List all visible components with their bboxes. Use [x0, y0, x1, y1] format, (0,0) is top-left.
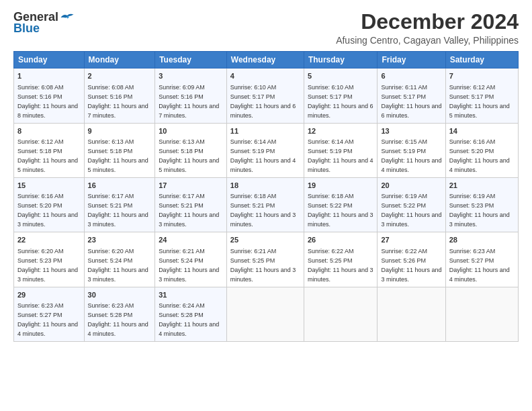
day-number: 3	[159, 71, 223, 81]
day-info: Sunrise: 6:16 AMSunset: 5:20 PMDaylight:…	[17, 193, 78, 228]
calendar-cell: 8Sunrise: 6:12 AMSunset: 5:18 PMDaylight…	[14, 123, 85, 177]
calendar-cell: 9Sunrise: 6:13 AMSunset: 5:18 PMDaylight…	[84, 123, 155, 177]
day-number: 22	[17, 235, 81, 245]
day-number: 27	[381, 235, 441, 245]
day-number: 6	[381, 71, 441, 81]
day-number: 19	[308, 181, 373, 191]
day-number: 31	[159, 290, 223, 300]
day-info: Sunrise: 6:09 AMSunset: 5:16 PMDaylight:…	[159, 84, 219, 119]
day-number: 7	[449, 71, 515, 81]
calendar-cell: 11Sunrise: 6:14 AMSunset: 5:19 PMDayligh…	[226, 123, 304, 177]
calendar-cell: 27Sunrise: 6:22 AMSunset: 5:26 PMDayligh…	[378, 232, 445, 287]
day-info: Sunrise: 6:22 AMSunset: 5:26 PMDaylight:…	[381, 248, 441, 283]
day-info: Sunrise: 6:13 AMSunset: 5:18 PMDaylight:…	[159, 138, 219, 173]
calendar-cell: 30Sunrise: 6:23 AMSunset: 5:28 PMDayligh…	[84, 287, 155, 341]
day-info: Sunrise: 6:10 AMSunset: 5:17 PMDaylight:…	[230, 84, 296, 119]
calendar-cell: 20Sunrise: 6:19 AMSunset: 5:22 PMDayligh…	[378, 177, 445, 232]
calendar-cell: 13Sunrise: 6:15 AMSunset: 5:19 PMDayligh…	[378, 123, 445, 177]
col-header-monday: Monday	[84, 52, 155, 68]
day-number: 23	[88, 235, 152, 245]
calendar-cell: 16Sunrise: 6:17 AMSunset: 5:21 PMDayligh…	[84, 177, 155, 232]
day-info: Sunrise: 6:23 AMSunset: 5:28 PMDaylight:…	[88, 302, 148, 337]
day-number: 14	[449, 126, 515, 136]
calendar-cell: 7Sunrise: 6:12 AMSunset: 5:17 PMDaylight…	[445, 68, 518, 123]
calendar-cell: 29Sunrise: 6:23 AMSunset: 5:27 PMDayligh…	[14, 287, 85, 341]
col-header-saturday: Saturday	[445, 52, 518, 68]
day-info: Sunrise: 6:23 AMSunset: 5:27 PMDaylight:…	[449, 248, 510, 283]
day-number: 16	[88, 181, 152, 191]
day-info: Sunrise: 6:13 AMSunset: 5:18 PMDaylight:…	[88, 138, 148, 173]
day-info: Sunrise: 6:23 AMSunset: 5:27 PMDaylight:…	[17, 302, 78, 337]
col-header-wednesday: Wednesday	[226, 52, 304, 68]
calendar-cell: 2Sunrise: 6:08 AMSunset: 5:16 PMDaylight…	[84, 68, 155, 123]
calendar-cell	[445, 287, 518, 341]
calendar-cell: 17Sunrise: 6:17 AMSunset: 5:21 PMDayligh…	[155, 177, 227, 232]
title-area: December 2024 Afusing Centro, Cagayan Va…	[336, 10, 519, 46]
day-number: 15	[17, 181, 81, 191]
day-number: 8	[17, 126, 81, 136]
header: General Blue December 2024 Afusing Centr…	[13, 10, 519, 46]
calendar-cell: 3Sunrise: 6:09 AMSunset: 5:16 PMDaylight…	[155, 68, 227, 123]
calendar-cell	[304, 287, 377, 341]
calendar-cell: 15Sunrise: 6:16 AMSunset: 5:20 PMDayligh…	[14, 177, 85, 232]
calendar-cell: 14Sunrise: 6:16 AMSunset: 5:20 PMDayligh…	[445, 123, 518, 177]
day-info: Sunrise: 6:08 AMSunset: 5:16 PMDaylight:…	[88, 84, 148, 119]
day-info: Sunrise: 6:20 AMSunset: 5:24 PMDaylight:…	[88, 248, 148, 283]
day-info: Sunrise: 6:14 AMSunset: 5:19 PMDaylight:…	[230, 138, 296, 173]
week-row-5: 29Sunrise: 6:23 AMSunset: 5:27 PMDayligh…	[14, 287, 519, 341]
day-info: Sunrise: 6:14 AMSunset: 5:19 PMDaylight:…	[308, 138, 373, 173]
logo: General Blue	[13, 10, 75, 36]
calendar-cell	[378, 287, 445, 341]
subtitle: Afusing Centro, Cagayan Valley, Philippi…	[336, 35, 519, 46]
week-row-1: 1Sunrise: 6:08 AMSunset: 5:16 PMDaylight…	[14, 68, 519, 123]
calendar-cell: 18Sunrise: 6:18 AMSunset: 5:21 PMDayligh…	[226, 177, 304, 232]
calendar-cell: 22Sunrise: 6:20 AMSunset: 5:23 PMDayligh…	[14, 232, 85, 287]
day-info: Sunrise: 6:17 AMSunset: 5:21 PMDaylight:…	[159, 193, 219, 228]
col-header-friday: Friday	[378, 52, 445, 68]
day-info: Sunrise: 6:19 AMSunset: 5:23 PMDaylight:…	[449, 193, 510, 228]
calendar-cell: 23Sunrise: 6:20 AMSunset: 5:24 PMDayligh…	[84, 232, 155, 287]
day-info: Sunrise: 6:10 AMSunset: 5:17 PMDaylight:…	[308, 84, 373, 119]
calendar-cell: 4Sunrise: 6:10 AMSunset: 5:17 PMDaylight…	[226, 68, 304, 123]
day-number: 26	[308, 235, 373, 245]
week-row-2: 8Sunrise: 6:12 AMSunset: 5:18 PMDaylight…	[14, 123, 519, 177]
day-number: 2	[88, 71, 152, 81]
day-number: 29	[17, 290, 81, 300]
col-header-tuesday: Tuesday	[155, 52, 227, 68]
day-number: 28	[449, 235, 515, 245]
main-title: December 2024	[336, 10, 519, 34]
logo-blue: Blue	[13, 21, 40, 36]
calendar-cell	[226, 287, 304, 341]
calendar-cell: 12Sunrise: 6:14 AMSunset: 5:19 PMDayligh…	[304, 123, 377, 177]
day-info: Sunrise: 6:12 AMSunset: 5:17 PMDaylight:…	[449, 84, 510, 119]
col-header-thursday: Thursday	[304, 52, 377, 68]
day-number: 5	[308, 71, 373, 81]
calendar-table: SundayMondayTuesdayWednesdayThursdayFrid…	[13, 51, 519, 342]
day-number: 13	[381, 126, 441, 136]
calendar-cell: 5Sunrise: 6:10 AMSunset: 5:17 PMDaylight…	[304, 68, 377, 123]
day-number: 25	[230, 235, 300, 245]
day-number: 18	[230, 181, 300, 191]
day-info: Sunrise: 6:21 AMSunset: 5:25 PMDaylight:…	[230, 248, 296, 283]
day-info: Sunrise: 6:18 AMSunset: 5:21 PMDaylight:…	[230, 193, 296, 228]
col-header-sunday: Sunday	[14, 52, 85, 68]
day-info: Sunrise: 6:12 AMSunset: 5:18 PMDaylight:…	[17, 138, 78, 173]
day-number: 11	[230, 126, 300, 136]
day-number: 9	[88, 126, 152, 136]
day-info: Sunrise: 6:21 AMSunset: 5:24 PMDaylight:…	[159, 248, 219, 283]
calendar-cell: 24Sunrise: 6:21 AMSunset: 5:24 PMDayligh…	[155, 232, 227, 287]
day-number: 24	[159, 235, 223, 245]
calendar-cell: 28Sunrise: 6:23 AMSunset: 5:27 PMDayligh…	[445, 232, 518, 287]
day-number: 12	[308, 126, 373, 136]
week-row-3: 15Sunrise: 6:16 AMSunset: 5:20 PMDayligh…	[14, 177, 519, 232]
week-row-4: 22Sunrise: 6:20 AMSunset: 5:23 PMDayligh…	[14, 232, 519, 287]
day-number: 4	[230, 71, 300, 81]
day-number: 30	[88, 290, 152, 300]
day-info: Sunrise: 6:16 AMSunset: 5:20 PMDaylight:…	[449, 138, 510, 173]
day-info: Sunrise: 6:11 AMSunset: 5:17 PMDaylight:…	[381, 84, 441, 119]
calendar-cell: 21Sunrise: 6:19 AMSunset: 5:23 PMDayligh…	[445, 177, 518, 232]
calendar-cell: 6Sunrise: 6:11 AMSunset: 5:17 PMDaylight…	[378, 68, 445, 123]
day-info: Sunrise: 6:19 AMSunset: 5:22 PMDaylight:…	[381, 193, 441, 228]
day-number: 20	[381, 181, 441, 191]
page: General Blue December 2024 Afusing Centr…	[0, 0, 532, 411]
